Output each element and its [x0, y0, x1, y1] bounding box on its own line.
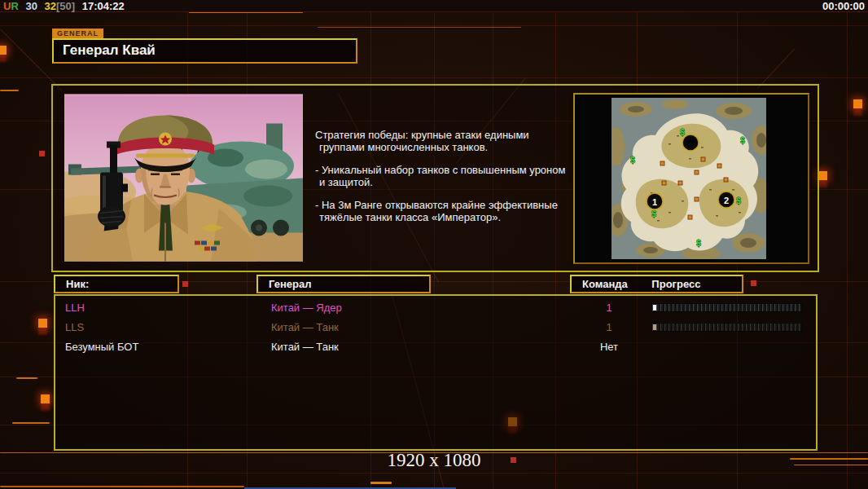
stat-blue: 30	[25, 0, 37, 12]
progress-head	[653, 324, 656, 330]
circuit-line	[0, 473, 868, 474]
network-stats: UR 30 32[50] 17:04:22	[3, 0, 129, 11]
description-line: и защитой.	[315, 176, 577, 188]
player-general: Китай — Ядер	[271, 302, 342, 314]
circuit-node	[0, 46, 7, 55]
general-name: Генерал Квай	[54, 40, 356, 61]
players-table: LLH Китай — Ядер 1 LLS Китай — Танк 1 Бе…	[54, 294, 818, 451]
column-header-nick: Ник:	[54, 275, 179, 293]
player-nick: LLH	[65, 302, 85, 314]
table-row: LLS Китай — Танк 1	[55, 319, 816, 338]
stat-u: U	[3, 0, 11, 12]
column-header-team: Команда	[572, 278, 628, 290]
player-nick: Безумный БОТ	[65, 341, 138, 353]
table-row: Безумный БОТ Китай — Танк Нет	[55, 338, 816, 358]
description-line: группами многочисленных танков.	[315, 141, 577, 153]
resolution-label: 1920 x 1080	[0, 450, 868, 471]
stat-max: [50]	[56, 0, 75, 12]
player-general: Китай — Танк	[271, 341, 339, 353]
player-nick: LLS	[65, 321, 84, 333]
supply-marker-icon: $	[696, 239, 701, 248]
progress-head	[653, 305, 656, 311]
player-team: 1	[576, 321, 642, 333]
start-marker-1: 1	[652, 197, 657, 207]
general-title-box: Генерал Квай	[52, 38, 357, 64]
supply-marker-icon: $	[740, 136, 745, 145]
loading-progress-bar	[651, 323, 802, 332]
game-lobby-screen: UR 30 32[50] 17:04:22 00:00:00 GENERAL Г…	[0, 0, 868, 489]
circuit-node	[41, 394, 50, 403]
player-team: Нет	[576, 341, 642, 353]
match-timer: 00:00:00	[822, 0, 865, 11]
stat-r: R	[11, 0, 18, 12]
loading-progress-bar	[651, 303, 802, 312]
general-portrait-image	[64, 94, 303, 262]
description-line: Стратегия победы: крупные атаки едиными	[315, 129, 577, 141]
circuit-trace	[318, 27, 521, 28]
start-marker-2: 2	[724, 196, 729, 205]
column-header-team-progress: Команда Прогресс	[570, 275, 743, 293]
circuit-line	[0, 77, 868, 78]
supply-marker-icon: $	[630, 156, 635, 165]
player-general: Китай — Танк	[271, 321, 339, 333]
circuit-trace	[16, 377, 37, 379]
column-header-general: Генерал	[256, 275, 431, 293]
description-line: - На 3м Ранге открываются крайне эффекти…	[315, 199, 577, 211]
circuit-trace	[0, 486, 244, 487]
circuit-node	[38, 319, 47, 328]
circuit-node	[853, 99, 862, 108]
circuit-node-red	[182, 281, 188, 287]
circuit-diagonal	[757, 49, 795, 89]
clock: 17:04:22	[82, 0, 125, 12]
circuit-trace	[189, 12, 303, 13]
circuit-node	[818, 171, 827, 180]
supply-marker-icon: $	[651, 209, 656, 218]
general-description: Стратегия победы: крупные атаки едиными …	[315, 129, 577, 234]
circuit-trace	[370, 482, 392, 484]
description-line: тяжёлые танки класса «Император».	[315, 211, 577, 223]
stat-yellow: 32	[45, 0, 56, 12]
supply-marker-icon: $	[736, 196, 741, 205]
circuit-node-red	[751, 280, 756, 286]
player-team: 1	[576, 302, 642, 314]
circuit-line	[847, 0, 848, 489]
circuit-line	[0, 25, 868, 26]
column-header-progress: Прогресс	[651, 278, 700, 290]
minimap-image: $ $ $ $ $ $ 1 2	[612, 98, 766, 259]
supply-marker-icon: $	[680, 128, 685, 137]
general-tab-label: GENERAL	[52, 29, 103, 38]
status-bar: UR 30 32[50] 17:04:22 00:00:00	[0, 0, 868, 12]
table-row: LLH Китай — Ядер 1	[55, 299, 816, 319]
minimap-panel: $ $ $ $ $ $ 1 2	[573, 93, 809, 264]
circuit-trace	[0, 90, 19, 91]
general-info-panel: Стратегия победы: крупные атаки едиными …	[51, 84, 819, 272]
circuit-node-red	[39, 151, 45, 156]
description-line: - Уникальный набор танков с повышенным у…	[315, 164, 577, 176]
circuit-trace	[12, 422, 50, 424]
